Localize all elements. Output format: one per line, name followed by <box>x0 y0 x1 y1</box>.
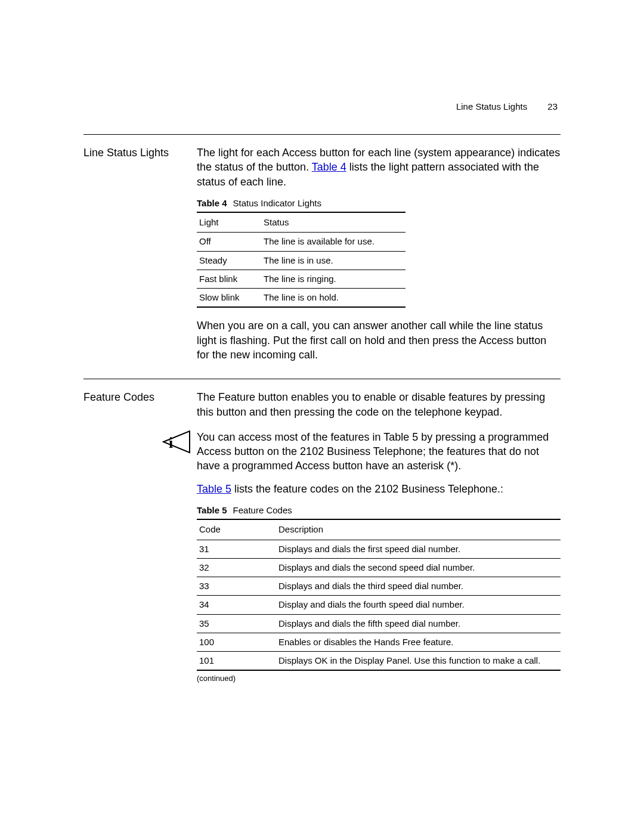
t4-r2c2: The line is ringing. <box>261 270 405 288</box>
t5-r2c2: Displays and dials the third speed dial … <box>276 577 561 596</box>
table-row: 34 Display and dials the fourth speed di… <box>197 596 561 614</box>
side-heading-feature-codes: Feature Codes <box>83 390 197 428</box>
t5-r6c1: 101 <box>197 652 276 671</box>
link-table4[interactable]: Table 4 <box>312 161 346 173</box>
section-rule <box>83 134 561 135</box>
fc-table-lead: Table 5 lists the feature codes on the 2… <box>197 482 561 496</box>
section-rule <box>83 379 561 379</box>
text: lists the feature codes on the 2102 Busi… <box>231 483 503 495</box>
table-row: Off The line is available for use. <box>197 233 405 251</box>
note-gutter: i <box>83 430 197 684</box>
lsl-intro-para: The light for each Access button for eac… <box>197 145 561 189</box>
table4-title: Status Indicator Lights <box>233 198 321 208</box>
svg-text:i: i <box>169 434 173 451</box>
t4-r3c1: Slow blink <box>197 289 261 308</box>
t5-r5c2: Enables or disables the Hands Free featu… <box>276 633 561 651</box>
t5-r1c1: 32 <box>197 558 276 577</box>
running-title: Line Status Lights <box>456 101 527 112</box>
lsl-note-para: When you are on a call, you can answer a… <box>197 318 561 362</box>
t4-r0c1: Off <box>197 233 261 251</box>
fc-access-note: You can access most of the features in T… <box>197 430 561 473</box>
t4-h2: Status <box>261 212 405 233</box>
running-header: Line Status Lights 23 <box>456 101 558 112</box>
table-row: 32 Displays and dials the second speed d… <box>197 558 561 577</box>
table5: Code Description 31 Displays and dials t… <box>197 519 561 671</box>
t5-r1c2: Displays and dials the second speed dial… <box>276 558 561 577</box>
table-row: 101 Displays OK in the Display Panel. Us… <box>197 652 561 671</box>
t5-r0c2: Displays and dials the first speed dial … <box>276 540 561 558</box>
table-row: Fast blink The line is ringing. <box>197 270 405 288</box>
table-row: 35 Displays and dials the fifth speed di… <box>197 614 561 633</box>
note-row: i You can access most of the features in… <box>83 430 561 684</box>
fc-intro-para: The Feature button enables you to enable… <box>197 390 561 419</box>
info-triangle-icon: i <box>162 430 191 454</box>
t5-r2c1: 33 <box>197 577 276 596</box>
table-row: 33 Displays and dials the third speed di… <box>197 577 561 596</box>
table5-title: Feature Codes <box>233 505 292 515</box>
link-table5[interactable]: Table 5 <box>197 483 231 495</box>
t4-r1c1: Steady <box>197 251 261 270</box>
table4: Light Status Off The line is available f… <box>197 212 405 308</box>
t5-h2: Description <box>276 519 561 540</box>
t5-r5c1: 100 <box>197 633 276 651</box>
section-feature-codes: Feature Codes The Feature button enables… <box>83 390 561 428</box>
table-row: Steady The line is in use. <box>197 251 405 270</box>
table4-number: Table 4 <box>197 198 227 208</box>
body-feature-codes: The Feature button enables you to enable… <box>197 390 561 428</box>
t5-r6c2: Displays OK in the Display Panel. Use th… <box>276 652 561 671</box>
t4-r3c2: The line is on hold. <box>261 289 405 308</box>
t5-r3c2: Display and dials the fourth speed dial … <box>276 596 561 614</box>
body-line-status: The light for each Access button for eac… <box>197 145 561 370</box>
t4-h1: Light <box>197 212 261 233</box>
t5-r4c1: 35 <box>197 614 276 633</box>
t5-h1: Code <box>197 519 276 540</box>
table4-caption: Table 4Status Indicator Lights <box>197 197 561 209</box>
table5-continued: (continued) <box>197 673 561 684</box>
page-number: 23 <box>547 101 558 112</box>
table-row: 100 Enables or disables the Hands Free f… <box>197 633 561 651</box>
t5-r3c1: 34 <box>197 596 276 614</box>
t4-r0c2: The line is available for use. <box>261 233 405 251</box>
page: Line Status Lights 23 Line Status Lights… <box>0 0 644 833</box>
t5-r0c1: 31 <box>197 540 276 558</box>
t4-r2c1: Fast blink <box>197 270 261 288</box>
table-row: 31 Displays and dials the first speed di… <box>197 540 561 558</box>
table5-number: Table 5 <box>197 505 227 515</box>
t4-r1c2: The line is in use. <box>261 251 405 270</box>
note-body: You can access most of the features in T… <box>197 430 561 684</box>
svg-marker-0 <box>163 431 190 453</box>
table5-caption: Table 5Feature Codes <box>197 504 561 516</box>
section-line-status: Line Status Lights The light for each Ac… <box>83 145 561 370</box>
table-row: Slow blink The line is on hold. <box>197 289 405 308</box>
t5-r4c2: Displays and dials the fifth speed dial … <box>276 614 561 633</box>
side-heading-line-status: Line Status Lights <box>83 145 197 370</box>
